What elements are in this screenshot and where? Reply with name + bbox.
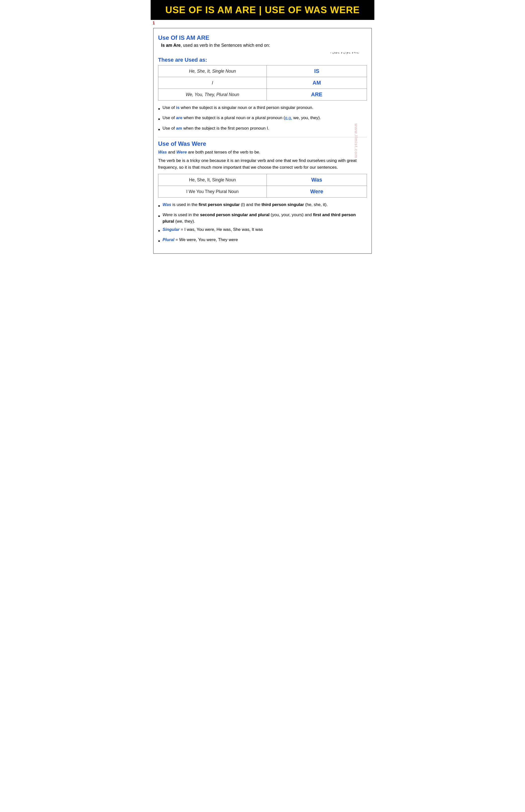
- bullet-dot: •: [158, 126, 160, 134]
- bullet-item: • Plural = We were, You were, They were: [158, 236, 367, 245]
- is-am-are-table: He, She, It, Single Noun IS I AM We, You…: [158, 65, 367, 101]
- used-as-title: These are Used as:: [158, 57, 367, 63]
- was-were-table: He, She, It, Single Noun Was I We You Th…: [158, 174, 367, 198]
- section2-bullets: • Was is used in the first person singul…: [158, 202, 367, 245]
- table-cell-subject-were: I We You They Plural Noun: [158, 186, 267, 198]
- section1-bullets: • Use of is when the subject is a singul…: [158, 104, 367, 134]
- table-cell-verb3: ARE: [267, 89, 367, 101]
- bullet-text-am: Use of am when the subject is the first …: [163, 125, 367, 132]
- keyword-was: Was: [163, 202, 171, 207]
- bullet-item: • Singular = I was, You were, He was, Sh…: [158, 227, 367, 235]
- bullet-text-is: Use of is when the subject is a singular…: [163, 104, 367, 111]
- eg-link: e.g.: [285, 115, 292, 120]
- main-card: www.ilmist.com Use Of IS AM ARE Is am Ar…: [153, 28, 372, 254]
- bullet-item: • Were is used in the second person sing…: [158, 212, 367, 224]
- bullet-item: • Use of are when the subject is a plura…: [158, 115, 367, 123]
- bullet-text-singular: Singular = I was, You were, He was, She …: [163, 227, 367, 233]
- table-row: I AM: [158, 77, 367, 89]
- page-number: 1: [151, 20, 374, 26]
- bullet-dot: •: [158, 202, 160, 210]
- section2-body: The verb be is a tricky one because it i…: [158, 157, 367, 171]
- bullet-dot: •: [158, 237, 160, 245]
- table-row: He, She, It, Single Noun Was: [158, 174, 367, 186]
- keyword-were: Were: [163, 213, 173, 217]
- bullet-dot: •: [158, 227, 160, 235]
- bullet-text-was: Was is used in the first person singular…: [163, 202, 367, 208]
- keyword-was-intro: Was: [158, 149, 167, 155]
- bold-first-person-singular: first person singular: [199, 202, 240, 207]
- bullet-text-plural: Plural = We were, You were, They were: [163, 236, 367, 243]
- page-title: USE OF IS AM ARE | USE OF WAS WERE: [155, 4, 370, 15]
- bold-second-person: second person singular and plural: [200, 213, 270, 217]
- table-cell-subject1: He, She, It, Single Noun: [158, 66, 267, 77]
- table-cell-subject-was: He, She, It, Single Noun: [158, 174, 267, 186]
- bullet-item: • Use of am when the subject is the firs…: [158, 125, 367, 134]
- urdu-text: ہے،ہوں،ہیں۔: [158, 49, 359, 54]
- table-row: I We You They Plural Noun Were: [158, 186, 367, 198]
- bullet-dot: •: [158, 212, 160, 220]
- keyword-is: is: [176, 105, 179, 110]
- table-row: He, She, It, Single Noun IS: [158, 66, 367, 77]
- keyword-were-intro: Were: [177, 149, 187, 155]
- table-cell-verb-were: Were: [267, 186, 367, 198]
- bullet-text-are: Use of are when the subject is a plural …: [163, 115, 367, 121]
- bullet-dot: •: [158, 115, 160, 123]
- section2: Use of Was Were Was and Were are both pa…: [158, 140, 367, 245]
- keyword-am: am: [176, 126, 182, 131]
- header-banner: USE OF IS AM ARE | USE OF WAS WERE: [151, 0, 374, 20]
- section2-intro: Was and Were are both past tenses of the…: [158, 149, 367, 156]
- bullet-item: • Use of is when the subject is a singul…: [158, 104, 367, 113]
- section1-intro: Is am Are, used as verb in the Sentences…: [161, 43, 367, 48]
- table-cell-subject3: We, You, They, Plural Noun: [158, 89, 267, 101]
- table-cell-verb1: IS: [267, 66, 367, 77]
- table-cell-verb2: AM: [267, 77, 367, 89]
- section2-title: Use of Was Were: [158, 140, 367, 147]
- table-cell-verb-was: Was: [267, 174, 367, 186]
- table-row: We, You, They, Plural Noun ARE: [158, 89, 367, 101]
- bold-third-person-singular: third person singular: [261, 202, 304, 207]
- bullet-text-were: Were is used in the second person singul…: [163, 212, 367, 224]
- keyword-plural: Plural: [163, 237, 175, 242]
- bullet-item: • Was is used in the first person singul…: [158, 202, 367, 210]
- section1-title: Use Of IS AM ARE: [158, 34, 367, 41]
- table-cell-subject2: I: [158, 77, 267, 89]
- section1-intro-rest: , used as verb in the Sentences which en…: [181, 43, 270, 48]
- keyword-singular: Singular: [163, 227, 179, 232]
- bullet-dot: •: [158, 105, 160, 113]
- keyword-are: are: [176, 115, 182, 120]
- section1-intro-bold: Is am Are: [161, 43, 181, 48]
